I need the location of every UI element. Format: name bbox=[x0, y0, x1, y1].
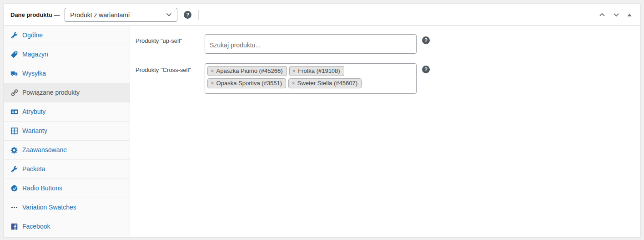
sidebar-item-ogolne[interactable]: Ogólne bbox=[4, 26, 130, 45]
sidebar-item-label: Warianty bbox=[22, 127, 47, 135]
panel-body: OgólneMagazynWysyłkaPowiązane produktyAt… bbox=[4, 26, 640, 236]
sidebar-item-label: Packeta bbox=[22, 165, 45, 173]
cross-sell-select-box[interactable]: ×Apaszka Piumo (#45266)×Frotka (#19108)×… bbox=[205, 63, 417, 94]
sidebar-item-label: Variation Swatches bbox=[22, 204, 76, 211]
tag-label: Opaska Sportiva (#3551) bbox=[216, 80, 282, 87]
gear-icon bbox=[10, 146, 18, 154]
product-type-select[interactable]: Produkt z wariantami bbox=[65, 8, 177, 22]
sidebar-item-label: Zaawansowane bbox=[22, 146, 67, 154]
sidebar-item-atrybuty[interactable]: Atrybuty bbox=[4, 102, 130, 122]
grid-icon bbox=[10, 127, 18, 135]
remove-tag-icon[interactable]: × bbox=[211, 80, 214, 87]
cross-sell-help-icon[interactable]: ? bbox=[422, 66, 430, 73]
chevron-down-icon bbox=[166, 13, 172, 17]
cross-sell-tag: ×Sweter Stella (#45607) bbox=[288, 78, 362, 88]
sidebar-item-label: Powiązane produkty bbox=[22, 89, 80, 97]
sidebar-item-magazyn[interactable]: Magazyn bbox=[4, 45, 130, 64]
remove-tag-icon[interactable]: × bbox=[292, 68, 296, 74]
sidebar-item-facebook[interactable]: Facebook bbox=[4, 217, 130, 236]
sidebar-item-warianty[interactable]: Warianty bbox=[4, 122, 130, 141]
sidebar-item-zaawansowane[interactable]: Zaawansowane bbox=[4, 141, 130, 160]
upsell-help-icon[interactable]: ? bbox=[422, 36, 430, 44]
sidebar-item-label: Wysyłka bbox=[22, 70, 46, 77]
sidebar-item-label: Radio Buttons bbox=[22, 184, 62, 192]
facebook-icon bbox=[10, 223, 18, 230]
upsell-label: Produkty "up-sell" bbox=[136, 34, 205, 44]
sidebar-item-packeta[interactable]: Packeta bbox=[4, 160, 130, 179]
sidebar-item-label: Ogólne bbox=[22, 31, 43, 39]
attributes-card-icon bbox=[10, 108, 18, 116]
cross-sell-tag: ×Opaska Sportiva (#3551) bbox=[207, 78, 286, 88]
product-data-tabs: OgólneMagazynWysyłkaPowiązane produktyAt… bbox=[4, 26, 130, 236]
check-circle-icon bbox=[10, 184, 18, 192]
sidebar-item-label: Magazyn bbox=[22, 51, 48, 58]
move-down-button[interactable] bbox=[611, 10, 621, 20]
move-up-button[interactable] bbox=[597, 10, 607, 20]
remove-tag-icon[interactable]: × bbox=[292, 80, 295, 87]
cross-sell-tag: ×Apaszka Piumo (#45266) bbox=[207, 66, 287, 76]
sidebar-item-variation-swatches[interactable]: Variation Swatches bbox=[4, 198, 130, 217]
cross-sell-tag-list: ×Apaszka Piumo (#45266)×Frotka (#19108)×… bbox=[207, 66, 414, 88]
product-data-panel: Dane produktu — Produkt z wariantami ? bbox=[4, 4, 640, 237]
truck-icon bbox=[10, 70, 18, 77]
upsell-search-box[interactable] bbox=[205, 34, 417, 54]
toggle-panel-button[interactable] bbox=[625, 12, 634, 18]
remove-tag-icon[interactable]: × bbox=[211, 68, 214, 74]
panel-header: Dane produktu — Produkt z wariantami ? bbox=[4, 4, 640, 26]
product-type-selected-value: Produkt z wariantami bbox=[70, 11, 130, 19]
product-type-help-icon[interactable]: ? bbox=[184, 11, 191, 19]
wrench-icon bbox=[10, 31, 18, 39]
upsell-row: Produkty "up-sell" ? bbox=[136, 34, 634, 54]
cross-sell-label: Produkty "Cross-sell" bbox=[136, 63, 205, 73]
sidebar-item-radio-buttons[interactable]: Radio Buttons bbox=[4, 179, 130, 198]
chevron-down-icon bbox=[613, 11, 619, 18]
wrench-icon bbox=[10, 165, 18, 173]
sidebar-item-wysy-ka[interactable]: Wysyłka bbox=[4, 64, 130, 83]
sidebar-item-powiazane-produkty[interactable]: Powiązane produkty bbox=[4, 83, 130, 102]
tag-label: Sweter Stella (#45607) bbox=[297, 80, 357, 87]
link-icon bbox=[10, 89, 18, 97]
sidebar-item-label: Atrybuty bbox=[22, 108, 45, 116]
sidebar-item-label: Facebook bbox=[22, 223, 50, 230]
tag-label: Frotka (#19108) bbox=[298, 68, 340, 74]
cross-sell-tag: ×Frotka (#19108) bbox=[289, 66, 344, 76]
upsell-search-input[interactable] bbox=[209, 41, 413, 49]
panel-title: Dane produktu — bbox=[8, 11, 60, 18]
tag-icon bbox=[10, 51, 18, 58]
tag-label: Apaszka Piumo (#45266) bbox=[216, 68, 283, 74]
chevron-up-icon bbox=[599, 11, 605, 18]
linked-products-panel: Produkty "up-sell" ? Produkty "Cross-sel… bbox=[130, 26, 640, 236]
triangle-up-icon bbox=[627, 14, 632, 16]
header-divider bbox=[198, 10, 199, 20]
ellipsis-icon bbox=[10, 204, 18, 211]
metabox-handle-actions bbox=[597, 10, 634, 20]
cross-sell-row: Produkty "Cross-sell" ×Apaszka Piumo (#4… bbox=[136, 63, 634, 94]
